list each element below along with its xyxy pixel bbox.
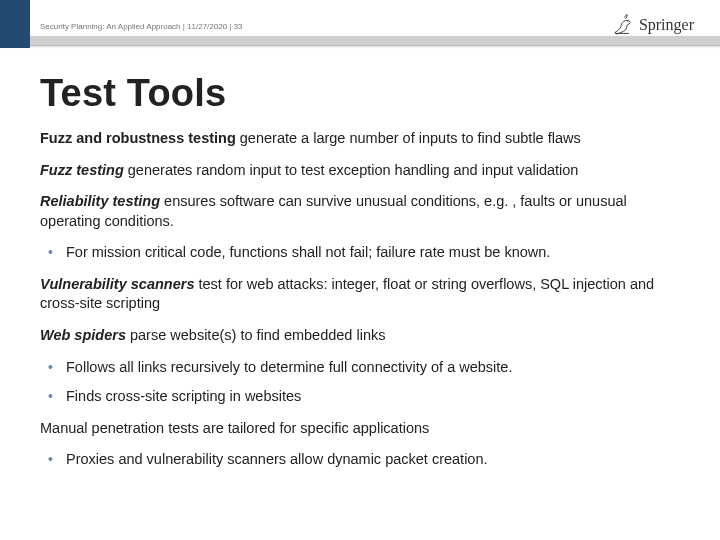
- content: Test Tools Fuzz and robustness testing g…: [40, 72, 680, 482]
- list-item: For mission critical code, functions sha…: [48, 243, 680, 263]
- para-fuzz-robustness: Fuzz and robustness testing generate a l…: [40, 129, 680, 149]
- block-reliability: Reliability testing ensures software can…: [40, 192, 680, 263]
- lead-text: Vulnerability scanners: [40, 276, 194, 292]
- lead-text: Reliability testing: [40, 193, 160, 209]
- lead-text: Fuzz testing: [40, 162, 124, 178]
- lead-text: Fuzz and robustness testing: [40, 130, 236, 146]
- para-reliability: Reliability testing ensures software can…: [40, 192, 680, 231]
- bullet-list: Proxies and vulnerability scanners allow…: [48, 450, 680, 470]
- slide: Security Planning: An Applied Approach |…: [0, 0, 720, 540]
- body-text: generate a large number of inputs to fin…: [236, 130, 581, 146]
- bullet-list: Follows all links recursively to determi…: [48, 358, 680, 407]
- block-manual-pentest: Manual penetration tests are tailored fo…: [40, 419, 680, 470]
- header-breadcrumb: Security Planning: An Applied Approach |…: [40, 22, 243, 31]
- lead-text: Web spiders: [40, 327, 126, 343]
- list-item: Proxies and vulnerability scanners allow…: [48, 450, 680, 470]
- body-text: parse website(s) to find embedded links: [126, 327, 386, 343]
- page-title: Test Tools: [40, 72, 680, 115]
- brand-logo: Springer: [611, 10, 694, 40]
- svg-point-0: [627, 21, 628, 22]
- springer-horse-icon: [611, 10, 633, 40]
- body-text: generates random input to test exception…: [124, 162, 579, 178]
- para-vuln-scanners: Vulnerability scanners test for web atta…: [40, 275, 680, 314]
- list-item: Follows all links recursively to determi…: [48, 358, 680, 378]
- list-item: Finds cross-site scripting in websites: [48, 387, 680, 407]
- header-accent-block: [0, 0, 30, 48]
- para-fuzz-testing: Fuzz testing generates random input to t…: [40, 161, 680, 181]
- block-web-spiders: Web spiders parse website(s) to find emb…: [40, 326, 680, 407]
- para-manual-pentest: Manual penetration tests are tailored fo…: [40, 419, 680, 439]
- brand-name: Springer: [639, 16, 694, 34]
- bullet-list: For mission critical code, functions sha…: [48, 243, 680, 263]
- para-web-spiders: Web spiders parse website(s) to find emb…: [40, 326, 680, 346]
